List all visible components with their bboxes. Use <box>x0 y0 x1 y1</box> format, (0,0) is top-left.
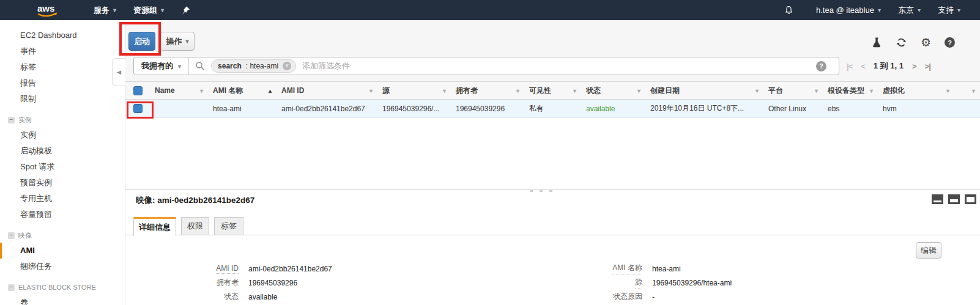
chevron-down-icon: ▾ <box>113 7 116 13</box>
pagination-range-label: 1 到 1, 1 <box>874 61 904 72</box>
sidebar-item-bundle-tasks[interactable]: 捆绑任务 <box>0 259 125 274</box>
column-header-status[interactable]: 状态 ▾ <box>581 82 645 99</box>
pane-layout-medium-icon[interactable] <box>948 194 960 204</box>
pane-layout-small-icon[interactable] <box>932 194 943 204</box>
column-header-ami-name[interactable]: AMI 名称 ▴ <box>208 82 277 99</box>
column-header-creation-date[interactable]: 创建日期 ▾ <box>645 82 763 99</box>
help-icon[interactable]: ? <box>945 37 955 48</box>
sidebar-item-dedicated-hosts[interactable]: 专用主机 <box>0 191 125 207</box>
field-value-ami-name: htea-ami <box>652 265 681 273</box>
chevron-down-icon: ▾ <box>185 38 188 45</box>
region-menu[interactable]: 东京 ▾ <box>889 0 929 20</box>
remove-filter-icon[interactable]: × <box>283 62 291 70</box>
pushpin-icon <box>181 6 190 15</box>
cell-ami-id: ami-0ed2bb26141be2d67 <box>277 100 377 117</box>
flask-experiments-icon[interactable] <box>872 37 882 48</box>
support-menu[interactable]: 支持 ▾ <box>929 0 969 20</box>
sort-arrow-icon: ▾ <box>200 87 203 94</box>
pagination: |< < 1 到 1, 1 > >| <box>847 61 930 72</box>
cell-name <box>150 100 208 117</box>
nav-resource-groups[interactable]: 资源组 ▾ <box>125 0 173 20</box>
pagination-last-button[interactable]: >| <box>925 62 930 71</box>
notifications-button[interactable] <box>784 5 794 16</box>
chevron-down-icon: ▾ <box>918 7 921 13</box>
sidebar-collapse-handle[interactable]: ◀ <box>112 58 125 86</box>
sidebar-item-volumes[interactable]: 卷 <box>0 295 125 305</box>
sidebar-section-ebs[interactable]: − ELASTIC BLOCK STORE <box>0 280 125 295</box>
column-label: 虚拟化 <box>883 86 905 96</box>
account-menu[interactable]: h.tea @ iteablue ▾ <box>807 0 889 20</box>
search-input[interactable]: search : htea-ami × 添加筛选条件 ? <box>189 59 839 73</box>
search-filter-tag[interactable]: search : htea-ami × <box>211 59 296 73</box>
tab-tags[interactable]: 标签 <box>214 217 243 235</box>
chevron-down-icon: ▾ <box>178 63 181 70</box>
field-label-ami-id: AMI ID <box>216 264 239 274</box>
sidebar-section-instances[interactable]: − 实例 <box>0 112 125 127</box>
sidebar-item-spot-requests[interactable]: Spot 请求 <box>0 159 125 175</box>
account-label: h.tea @ iteablue <box>816 6 874 15</box>
ami-table-row[interactable]: htea-ami ami-0ed2bb26141be2d67 196945039… <box>125 100 980 118</box>
detail-pane-title: 映像: ami-0ed2bb26141be2d67 <box>136 195 254 206</box>
nav-services[interactable]: 服务 ▾ <box>85 0 125 20</box>
sidebar-section-images[interactable]: − 映像 <box>0 228 125 243</box>
sort-arrow-icon: ▴ <box>269 87 272 94</box>
column-label: 状态 <box>586 86 601 96</box>
sidebar-item-limits[interactable]: 限制 <box>0 91 125 107</box>
edit-button[interactable]: 编辑 <box>916 242 941 259</box>
column-header-source[interactable]: 源 ▾ <box>377 82 451 99</box>
column-header-virtualization[interactable]: 虚拟化 ▾ <box>878 82 954 99</box>
field-label-owner: 拥有者 <box>217 277 239 288</box>
column-label: AMI ID <box>281 86 304 95</box>
sidebar-item-ami[interactable]: AMI <box>0 243 125 259</box>
refresh-icon[interactable] <box>896 37 907 48</box>
column-header-owner[interactable]: 拥有者 ▾ <box>451 82 524 99</box>
cell-visibility: 私有 <box>524 100 581 117</box>
pagination-next-button[interactable]: > <box>912 62 916 71</box>
field-row: 拥有者 196945039296 <box>147 276 332 290</box>
cell-virtualization: hvm <box>878 100 954 117</box>
sidebar-item-reports[interactable]: 报告 <box>0 75 125 91</box>
row-checkbox[interactable] <box>133 104 143 113</box>
collapse-arrow-icon: ◀ <box>117 69 121 75</box>
sort-arrow-icon: ▾ <box>972 87 975 94</box>
column-header-visibility[interactable]: 可见性 ▾ <box>524 82 581 99</box>
sidebar-item-reserved-instances[interactable]: 预留实例 <box>0 175 125 191</box>
pane-resize-handle[interactable] <box>530 188 558 193</box>
sidebar-item-instances[interactable]: 实例 <box>0 127 125 143</box>
sidebar-item-ec2-dashboard[interactable]: EC2 Dashboard <box>0 28 125 43</box>
svg-text:aws: aws <box>37 3 54 13</box>
actions-button[interactable]: 操作 ▾ <box>160 32 195 51</box>
filter-help-icon[interactable]: ? <box>816 61 826 72</box>
field-row: AMI 名称 htea-ami <box>551 262 732 276</box>
tab-details[interactable]: 详细信息 <box>133 217 176 236</box>
cell-status: available <box>581 100 645 117</box>
collapse-minus-icon: − <box>8 117 15 123</box>
column-header-ami-id[interactable]: AMI ID ▾ <box>277 82 377 99</box>
owner-filter-dropdown[interactable]: 我拥有的 ▾ <box>134 57 189 75</box>
pushpin-shortcut[interactable] <box>173 0 199 20</box>
select-all-checkbox[interactable] <box>133 86 143 95</box>
field-label-ami-name: AMI 名称 <box>612 263 642 274</box>
column-header-stub[interactable]: ▾ <box>954 82 980 99</box>
sidebar-item-events[interactable]: 事件 <box>0 43 125 59</box>
field-row: 状态原因 - <box>551 290 732 304</box>
pagination-prev-button[interactable]: < <box>861 62 865 71</box>
aws-logo[interactable]: aws <box>34 2 61 18</box>
pagination-first-button[interactable]: |< <box>847 62 852 71</box>
ec2-console: aws 服务 ▾ 资源组 ▾ <box>0 0 980 305</box>
tab-permissions[interactable]: 权限 <box>181 217 209 235</box>
column-header-name[interactable]: Name ▾ <box>150 82 208 99</box>
sidebar-section-label: ELASTIC BLOCK STORE <box>18 280 96 295</box>
sidebar-item-launch-templates[interactable]: 启动模板 <box>0 143 125 159</box>
settings-gear-icon[interactable]: ⚙ <box>921 37 931 48</box>
launch-button[interactable]: 启动 <box>128 32 155 51</box>
sidebar-item-capacity-reservations[interactable]: 容量预留 <box>0 207 125 222</box>
cell-root-device: ebs <box>823 100 878 117</box>
column-header-root-device-type[interactable]: 根设备类型 ▾ <box>823 82 878 99</box>
pane-layout-large-icon[interactable] <box>965 194 976 204</box>
sort-arrow-icon: ▾ <box>573 87 576 94</box>
column-header-platform[interactable]: 平台 ▾ <box>763 82 823 99</box>
field-label-source: 源 <box>635 277 642 288</box>
sidebar-item-tags[interactable]: 标签 <box>0 59 125 75</box>
chevron-down-icon: ▾ <box>161 7 164 13</box>
